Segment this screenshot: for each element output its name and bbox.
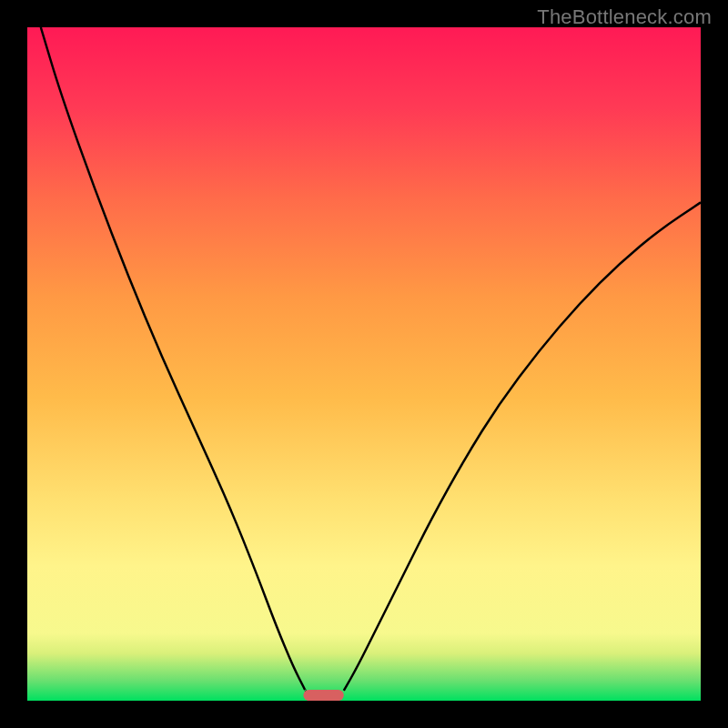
chart-svg [27,27,701,701]
bottom-marker [303,690,343,701]
chart-plot-area [27,27,701,701]
black-frame: TheBottleneck.com [0,0,728,728]
gradient-background [27,27,701,701]
watermark-text: TheBottleneck.com [537,5,712,29]
